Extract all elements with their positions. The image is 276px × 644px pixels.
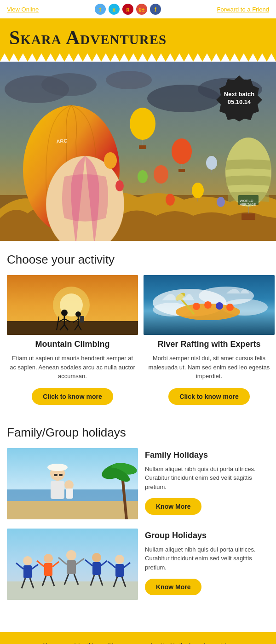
svg-rect-55 <box>80 316 84 322</box>
svg-rect-41 <box>7 321 138 335</box>
mountain-title: Mountain Climbing <box>7 339 138 349</box>
svg-point-66 <box>216 302 223 310</box>
family-holiday-row: Family Holidays Nullam aliquet nibh quis… <box>7 448 269 519</box>
group-know-more-button[interactable]: Know More <box>145 579 201 595</box>
svg-point-64 <box>193 303 200 310</box>
forward-link[interactable]: Forward to a Friend <box>217 6 269 13</box>
rafting-cta-button[interactable]: Click to know more <box>168 388 249 405</box>
svg-rect-80 <box>54 474 58 476</box>
google-icon[interactable]: g+ <box>136 4 147 15</box>
svg-rect-17 <box>139 145 146 149</box>
svg-point-33 <box>166 194 175 206</box>
divider <box>0 618 276 632</box>
svg-point-42 <box>61 310 68 316</box>
svg-point-34 <box>138 170 148 183</box>
twitter-icon[interactable]: t <box>95 4 106 15</box>
group-image <box>7 529 138 600</box>
svg-rect-103 <box>92 562 101 575</box>
family-know-more-button[interactable]: Know More <box>145 498 201 515</box>
header: Skara Adventures <box>0 18 276 53</box>
activity-rafting: River Rafting with Experts Morbi semper … <box>144 275 275 405</box>
view-online-link[interactable]: View Online <box>7 6 39 13</box>
svg-point-29 <box>192 183 204 198</box>
social-icons: t v p g+ f <box>95 4 161 15</box>
svg-rect-85 <box>23 565 32 578</box>
mountain-desc: Etiam ut sapien ut mauris hendrerit semp… <box>7 354 138 381</box>
badge-line1: Next batch <box>224 91 254 98</box>
svg-point-18 <box>172 138 192 164</box>
svg-point-36 <box>217 197 225 207</box>
family-title: Family Holidays <box>145 450 269 460</box>
mountain-image <box>7 275 138 335</box>
svg-rect-91 <box>44 563 52 576</box>
svg-rect-79 <box>66 489 73 499</box>
svg-point-65 <box>204 301 212 309</box>
svg-text:WORLD: WORLD <box>240 199 253 203</box>
svg-rect-70 <box>7 501 138 519</box>
vimeo-icon[interactable]: v <box>109 4 120 15</box>
svg-point-77 <box>64 480 74 489</box>
svg-rect-83 <box>7 581 138 600</box>
svg-point-67 <box>226 304 234 311</box>
svg-point-27 <box>154 165 168 184</box>
svg-point-108 <box>115 555 124 564</box>
group-holiday-row: Group Holidays Nullam aliquet nibh quis … <box>7 529 269 600</box>
mountain-cta-button[interactable]: Click to know more <box>32 388 113 405</box>
rafting-title: River Rafting with Experts <box>144 339 275 349</box>
group-desc: Nullam aliquet nibh quis dui porta ultri… <box>145 545 269 572</box>
facebook-icon[interactable]: f <box>150 4 161 15</box>
svg-rect-97 <box>67 560 76 574</box>
email-wrapper: View Online t v p g+ f Forward to a Frie… <box>0 0 276 644</box>
rafting-desc: Morbi semper nisl dui, sit amet cursus f… <box>144 354 275 381</box>
svg-rect-20 <box>178 169 185 172</box>
rafting-image <box>144 275 275 335</box>
svg-text:HERITAGE: HERITAGE <box>240 203 256 206</box>
svg-point-5 <box>106 71 152 89</box>
hero-image: ARC WORLD HERITA <box>0 62 276 241</box>
footer: You are receiving this email because you… <box>0 632 276 644</box>
svg-point-31 <box>206 156 217 170</box>
badge-line2: 05.10.14 <box>228 98 251 106</box>
activities-grid: Mountain Climbing Etiam ut sapien ut mau… <box>7 275 269 405</box>
svg-point-15 <box>130 108 155 140</box>
group-content: Group Holidays Nullam aliquet nibh quis … <box>145 529 269 596</box>
group-title: Group Holidays <box>145 531 269 540</box>
svg-rect-26 <box>242 213 255 220</box>
family-image <box>7 448 138 519</box>
svg-point-76 <box>47 464 68 471</box>
holidays-title: Family/Group holidays <box>7 426 269 440</box>
svg-rect-81 <box>59 474 63 476</box>
svg-point-2 <box>41 73 97 96</box>
svg-point-96 <box>66 550 76 560</box>
pinterest-icon[interactable]: p <box>122 4 133 15</box>
family-desc: Nullam aliquet nibh quis dui porta ultri… <box>145 465 269 492</box>
activity-mountain: Mountain Climbing Etiam ut sapien ut mau… <box>7 275 138 405</box>
activities-title: Choose your activity <box>7 253 269 267</box>
holidays-section: Family/Group holidays <box>0 416 276 618</box>
top-bar: View Online t v p g+ f Forward to a Frie… <box>0 0 276 18</box>
svg-rect-109 <box>115 564 124 577</box>
footer-line1: You are receiving this email because you… <box>7 641 269 644</box>
svg-point-35 <box>104 152 117 169</box>
zigzag-border <box>0 53 276 62</box>
svg-point-102 <box>92 553 101 562</box>
svg-text:ARC: ARC <box>56 138 68 144</box>
header-title: Skara Adventures <box>9 27 267 49</box>
svg-point-37 <box>115 180 124 191</box>
svg-point-90 <box>44 554 53 563</box>
svg-rect-78 <box>51 481 64 499</box>
family-content: Family Holidays Nullam aliquet nibh quis… <box>145 448 269 515</box>
svg-point-84 <box>23 556 32 565</box>
activities-section: Choose your activity <box>0 241 276 416</box>
